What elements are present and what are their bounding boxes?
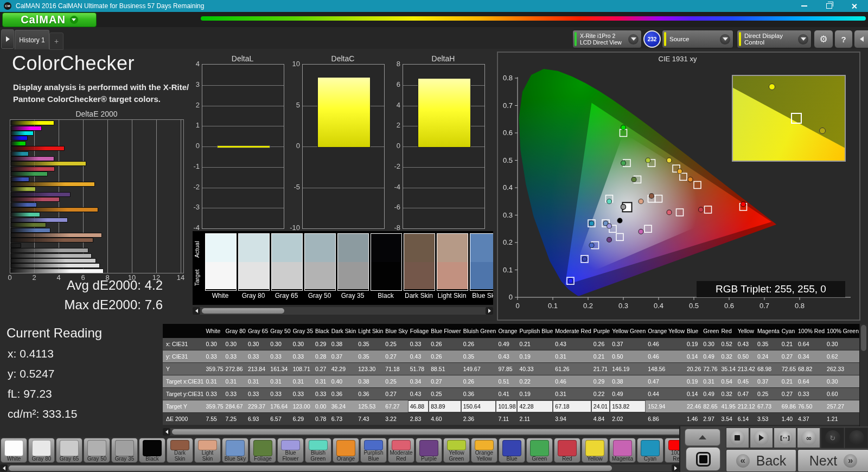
patch-button-blue-sky[interactable]: Blue Sky bbox=[222, 438, 248, 463]
scroll-left-icon[interactable] bbox=[163, 428, 170, 436]
cie-measured-100-red bbox=[741, 202, 746, 207]
chevron-up-icon[interactable] bbox=[685, 429, 720, 446]
patch-button-bluish-green[interactable]: Bluish Green bbox=[305, 438, 331, 463]
tab-history-1[interactable]: History 1 bbox=[15, 30, 49, 49]
strip-scrollbar[interactable] bbox=[193, 307, 493, 315]
patch-button-gray-80[interactable]: Gray 80 bbox=[28, 438, 55, 463]
next-button[interactable]: Next » bbox=[797, 449, 868, 472]
refresh-button[interactable]: ↻ bbox=[821, 428, 844, 448]
patch-button-blue[interactable]: Blue bbox=[499, 438, 525, 463]
scroll-right-icon[interactable] bbox=[672, 464, 679, 471]
collapse-panel-button[interactable] bbox=[854, 30, 868, 48]
patch-button-purple[interactable]: Purple bbox=[416, 438, 442, 463]
patch-button-gray-50[interactable]: Gray 50 bbox=[84, 438, 110, 463]
patch-button-dark-skin[interactable]: Dark Skin bbox=[167, 438, 193, 463]
patch-button-purplish-blue[interactable]: Purplish Blue bbox=[360, 438, 387, 463]
table-row-target-y: Target Y359.75284.67229.37176.64123.000.… bbox=[163, 400, 859, 413]
table-scroll-thumb[interactable] bbox=[172, 429, 757, 435]
cell-target-y-100-red: 76.50 bbox=[796, 400, 825, 413]
inactive-button[interactable] bbox=[845, 428, 868, 448]
patch-button-yellow-green[interactable]: Yellow Green bbox=[443, 438, 470, 463]
tab-toolbar: History 1 + X-Rite i1Pro 2 LCD Direct Vi… bbox=[0, 27, 868, 49]
strip-scroll-thumb[interactable] bbox=[202, 308, 284, 314]
patch-button-black[interactable]: Black bbox=[139, 438, 165, 463]
patch-compare-gray-80 bbox=[238, 233, 270, 291]
deltaH-ytick: -4 bbox=[385, 183, 400, 191]
table-vertical-scrollbar[interactable] bbox=[859, 324, 867, 427]
patch-label: Gray 50 bbox=[85, 456, 108, 462]
display-control-dropdown[interactable]: Direct Display Control bbox=[737, 30, 812, 48]
stop-button[interactable] bbox=[726, 428, 749, 448]
patch-button-magenta[interactable]: Magenta bbox=[609, 438, 636, 463]
meter-dropdown[interactable]: X-Rite i1Pro 2 LCD Direct View bbox=[572, 30, 642, 48]
cell-y-cie31-purple: 0.21 bbox=[591, 350, 610, 363]
cell-target-y-orange[interactable]: 101.98 bbox=[496, 400, 517, 413]
cell-target-y-yellow-green[interactable]: 153.82 bbox=[610, 400, 646, 413]
cell-target-x-cie31-purple: 0.29 bbox=[591, 375, 610, 388]
patch-button-100-red[interactable]: 100% Red bbox=[665, 438, 679, 463]
patch-label: Dark Skin bbox=[168, 450, 192, 462]
patch-button-gray-35[interactable]: Gray 35 bbox=[111, 438, 138, 463]
stop-icon bbox=[696, 452, 711, 467]
patch-button-gray-65[interactable]: Gray 65 bbox=[56, 438, 82, 463]
exposure-badge[interactable]: 232 bbox=[643, 30, 661, 48]
restore-icon[interactable] bbox=[824, 2, 834, 10]
add-tab-button[interactable]: + bbox=[49, 33, 63, 50]
tab-scroll-left-button[interactable] bbox=[1, 29, 14, 49]
continuous-read-button[interactable]: ∞ bbox=[797, 428, 820, 448]
play-button[interactable] bbox=[750, 428, 773, 448]
patch-button-orange[interactable]: Orange bbox=[333, 438, 359, 463]
scroll-left-icon[interactable] bbox=[0, 464, 8, 471]
minimize-icon[interactable] bbox=[799, 2, 809, 10]
cell-target-y-cie31-magenta: 0.25 bbox=[755, 388, 780, 400]
cell-target-x-cie31-gray-65: 0.31 bbox=[246, 375, 268, 388]
patch-label: 100% Red bbox=[666, 450, 679, 462]
patch-button-cyan[interactable]: Cyan bbox=[637, 438, 663, 463]
deltaL-ytick: 3 bbox=[184, 80, 200, 88]
cell-target-y-blue-flower[interactable]: 83.89 bbox=[429, 400, 461, 413]
cell-target-y-moderate-red[interactable]: 67.18 bbox=[553, 400, 591, 413]
calman-menu-button[interactable]: CalMAN bbox=[2, 12, 97, 27]
patch-button-light-skin[interactable]: Light Skin bbox=[194, 438, 221, 463]
patch-scroll-thumb[interactable] bbox=[9, 465, 612, 471]
cell--e-2000-foliage: 2.83 bbox=[408, 413, 429, 425]
cell-target-y-foliage[interactable]: 46.88 bbox=[408, 400, 429, 413]
cell-target-y-red: 41.95 bbox=[719, 400, 735, 413]
deltae-bar-yellow bbox=[10, 161, 86, 166]
back-button[interactable]: « Back bbox=[726, 449, 796, 472]
chevrons-right-icon: » bbox=[844, 454, 857, 468]
cell-target-y-cie31-black: 0.33 bbox=[313, 388, 329, 400]
patch-button-foliage[interactable]: Foliage bbox=[250, 438, 276, 463]
cell-target-y-purple[interactable]: 24.01 bbox=[591, 400, 610, 413]
cell-y-cie31-white: 0.33 bbox=[203, 350, 223, 363]
col-header-gray-50: Gray 50 bbox=[268, 324, 290, 338]
patch-button-blue-flower[interactable]: Blue Flower bbox=[277, 438, 304, 463]
table-vscroll-thumb[interactable] bbox=[861, 325, 866, 351]
gear-icon[interactable]: ⚙ bbox=[814, 30, 833, 48]
source-dropdown[interactable]: Source bbox=[662, 30, 733, 48]
help-button[interactable]: ? bbox=[834, 30, 853, 48]
target-swatch bbox=[338, 262, 368, 289]
patch-button-orange-yellow[interactable]: Orange Yellow bbox=[471, 438, 497, 463]
deltae-bar-purple bbox=[10, 192, 71, 197]
scroll-right-icon[interactable] bbox=[486, 307, 493, 315]
stop-measurement-button[interactable] bbox=[686, 447, 720, 471]
deltae-bar-100-green bbox=[10, 141, 26, 146]
cie-measured-green bbox=[621, 161, 626, 165]
patch-button-white[interactable]: White bbox=[1, 438, 27, 463]
close-icon[interactable] bbox=[848, 2, 859, 10]
patch-button-yellow[interactable]: Yellow bbox=[582, 438, 608, 463]
read-series-button[interactable]: [··] bbox=[774, 428, 797, 448]
cell-target-y-purplish-blue[interactable]: 42.28 bbox=[517, 400, 553, 413]
cell--e-2000-blue: 1.46 bbox=[685, 413, 701, 425]
cell-y-cie31-bluish-green: 0.35 bbox=[461, 350, 496, 363]
cell-target-y-cyan: 69.86 bbox=[780, 400, 796, 413]
patch-button-red[interactable]: Red bbox=[554, 438, 580, 463]
patch-row-scrollbar[interactable] bbox=[0, 464, 679, 471]
deltae-bar-yellow-green bbox=[10, 187, 36, 192]
scroll-left-icon[interactable] bbox=[193, 307, 200, 315]
patch-button-moderate-red[interactable]: Moderate Red bbox=[388, 438, 414, 463]
patch-button-green[interactable]: Green bbox=[526, 438, 553, 463]
row-header: x: CIE31 bbox=[163, 338, 203, 350]
cell-target-y-bluish-green[interactable]: 150.64 bbox=[461, 400, 496, 413]
